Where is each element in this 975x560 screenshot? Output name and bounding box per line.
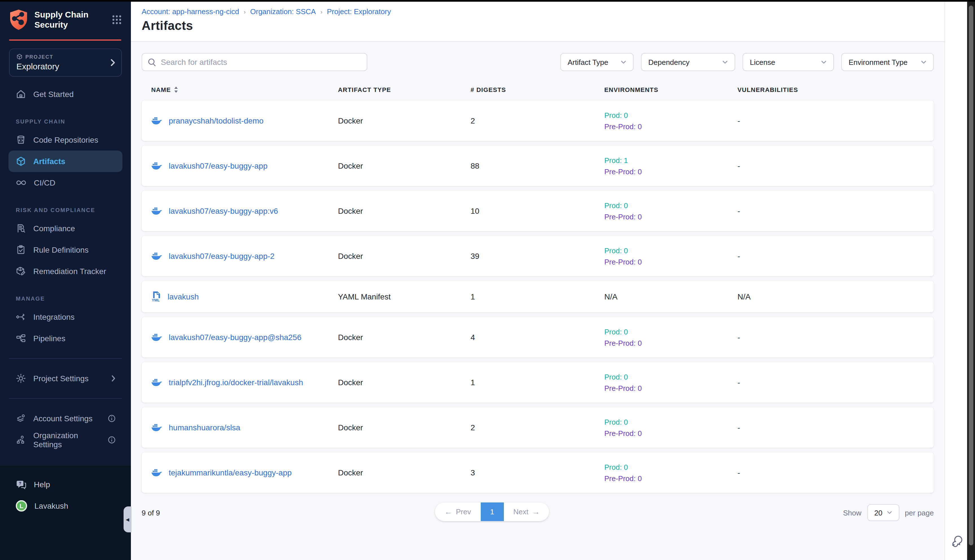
sidebar-item-pipelines[interactable]: Pipelines: [8, 328, 122, 349]
sidebar-item-rule-definitions[interactable]: Rule Definitions: [8, 239, 122, 260]
info-icon[interactable]: [108, 436, 116, 444]
docker-icon: [151, 116, 162, 125]
table-row[interactable]: tejakummarikuntla/easy-buggy-app Docker …: [142, 452, 934, 493]
artifact-type-cell: Docker: [338, 423, 471, 432]
show-label: Show: [843, 508, 861, 517]
prod-count[interactable]: Prod: 1: [604, 156, 738, 164]
preprod-count[interactable]: Pre-Prod: 0: [604, 167, 738, 176]
prod-count[interactable]: Prod: 0: [604, 418, 738, 426]
digests-cell: 88: [471, 161, 604, 170]
sidebar-item-label: Pipelines: [33, 334, 65, 343]
filter-artifact-type[interactable]: Artifact Type: [560, 53, 634, 71]
prod-count[interactable]: Prod: 0: [604, 327, 738, 336]
table-row[interactable]: trialpfv2hi.jfrog.io/docker-trial/lavaku…: [142, 362, 934, 403]
artifact-type-cell: Docker: [338, 252, 471, 260]
sidebar-item-compliance[interactable]: Compliance: [8, 218, 122, 239]
sidebar-item-organization-settings[interactable]: Organization Settings: [8, 429, 122, 451]
sidebar-item-account-settings[interactable]: Account Settings: [8, 408, 122, 429]
preprod-count[interactable]: Pre-Prod: 0: [604, 257, 738, 266]
preprod-count[interactable]: Pre-Prod: 0: [604, 429, 738, 437]
sidebar-item-label: Artifacts: [33, 157, 65, 166]
sidebar-item-label: Compliance: [33, 224, 75, 233]
scrollbar-thumb[interactable]: [969, 6, 973, 545]
sort-icon[interactable]: [174, 86, 178, 93]
artifact-name-link[interactable]: pranaycshah/todolist-demo: [169, 116, 264, 125]
preprod-count[interactable]: Pre-Prod: 0: [604, 338, 738, 347]
table-row[interactable]: pranaycshah/todolist-demo Docker 2 Prod:…: [142, 100, 934, 141]
artifact-name-link[interactable]: lavakush07/easy-buggy-app-2: [169, 252, 274, 260]
column-header-name[interactable]: NAME: [151, 86, 338, 93]
sidebar-item-get-started[interactable]: Get Started: [8, 83, 122, 105]
prod-count[interactable]: Prod: 0: [604, 372, 738, 381]
prod-count[interactable]: Prod: 0: [604, 201, 738, 210]
vulnerabilities-cell: N/A: [738, 292, 934, 301]
vulnerabilities-cell: -: [738, 423, 934, 432]
prod-count[interactable]: Prod: 0: [604, 111, 738, 119]
artifact-name-link[interactable]: lavakush07/easy-buggy-app: [169, 161, 267, 170]
sidebar-item-integrations[interactable]: Integrations: [8, 306, 122, 328]
artifact-name-link[interactable]: trialpfv2hi.jfrog.io/docker-trial/lavaku…: [169, 378, 303, 387]
project-name: Exploratory: [17, 62, 110, 71]
project-label: PROJECT: [25, 54, 53, 60]
artifact-name-link[interactable]: lavakush07/easy-buggy-app@sha256: [169, 333, 302, 342]
svg-text:?: ?: [19, 481, 22, 485]
help-label: Help: [34, 480, 50, 489]
sidebar-item-code-repositories[interactable]: Code Repositories: [8, 129, 122, 150]
environments-cell: Prod: 0 Pre-Prod: 0: [604, 246, 738, 266]
prev-page-button[interactable]: ← Prev: [435, 502, 481, 521]
table-row[interactable]: humanshuarora/slsa Docker 2 Prod: 0 Pre-…: [142, 407, 934, 448]
main-area: Account: app-harness-ng-cicd › Organizat…: [131, 0, 945, 560]
help-button[interactable]: ? Help: [0, 474, 131, 495]
sidebar-collapse-handle[interactable]: ◀: [124, 507, 132, 532]
search-input[interactable]: [161, 58, 361, 67]
filter-license[interactable]: License: [743, 53, 834, 71]
page-number-button[interactable]: 1: [481, 502, 504, 521]
toolbar: Artifact Type Dependency License: [142, 53, 934, 71]
preprod-count[interactable]: Pre-Prod: 0: [604, 474, 738, 482]
column-header-digests: # DIGESTS: [471, 86, 604, 93]
page-scrollbar[interactable]: [967, 0, 975, 560]
sidebar-nav: Get Started SUPPLY CHAIN Code Repositori…: [0, 77, 131, 466]
project-selector[interactable]: PROJECT Exploratory: [9, 48, 122, 77]
page-size-select[interactable]: 20: [867, 504, 899, 521]
table-row[interactable]: lavakush07/easy-buggy-app Docker 88 Prod…: [142, 145, 934, 186]
sidebar: Supply Chain Security: [0, 0, 131, 560]
artifact-type-cell: Docker: [338, 161, 471, 170]
next-page-button[interactable]: Next →: [504, 502, 549, 521]
artifact-name-link[interactable]: lavakush07/easy-buggy-app:v6: [169, 207, 278, 215]
filter-dependency[interactable]: Dependency: [641, 53, 735, 71]
docker-icon: [151, 378, 162, 387]
sidebar-item-remediation-tracker[interactable]: Remediation Tracker: [8, 260, 122, 282]
arrow-left-icon: ←: [445, 508, 452, 516]
sidebar-item-label: Rule Definitions: [33, 245, 88, 254]
table-row[interactable]: lavakush07/easy-buggy-app-2 Docker 39 Pr…: [142, 236, 934, 276]
artifact-name-link[interactable]: humanshuarora/slsa: [169, 423, 240, 432]
sidebar-item-cicd[interactable]: CI/CD: [8, 172, 122, 193]
artifact-name-link[interactable]: lavakush: [168, 292, 199, 301]
preprod-count[interactable]: Pre-Prod: 0: [604, 212, 738, 221]
box-pencil-icon: [16, 266, 26, 276]
info-icon[interactable]: [108, 415, 116, 422]
preprod-count[interactable]: Pre-Prod: 0: [604, 384, 738, 392]
table-row[interactable]: lavakush07/easy-buggy-app@sha256 Docker …: [142, 317, 934, 358]
sidebar-item-artifacts[interactable]: Artifacts: [8, 150, 122, 172]
table-row[interactable]: lavakush07/easy-buggy-app:v6 Docker 10 P…: [142, 191, 934, 231]
table-row[interactable]: YML lavakush YAML Manifest 1 N/A N/A: [142, 281, 934, 312]
prod-count[interactable]: Prod: 0: [604, 246, 738, 255]
filter-environment-type[interactable]: Environment Type: [841, 53, 934, 71]
breadcrumb-organization[interactable]: Organization: SSCA: [250, 7, 316, 16]
module-header: Supply Chain Security: [0, 0, 131, 38]
prod-count[interactable]: Prod: 0: [604, 463, 738, 471]
user-menu[interactable]: L Lavakush: [0, 495, 131, 517]
preprod-count[interactable]: Pre-Prod: 0: [604, 122, 738, 130]
nav-section-risk-compliance: RISK AND COMPLIANCE: [0, 207, 131, 213]
page-title: Artifacts: [142, 18, 945, 33]
chat-support-icon[interactable]: [949, 534, 963, 548]
app-grid-icon[interactable]: [112, 15, 122, 25]
breadcrumb-project[interactable]: Project: Exploratory: [327, 7, 391, 16]
artifact-name-link[interactable]: tejakummarikuntla/easy-buggy-app: [169, 468, 292, 477]
clipboard-check-icon: [16, 245, 26, 255]
org-gear-icon: [16, 435, 26, 445]
breadcrumb-account[interactable]: Account: app-harness-ng-cicd: [142, 7, 239, 16]
sidebar-item-project-settings[interactable]: Project Settings: [8, 368, 122, 389]
